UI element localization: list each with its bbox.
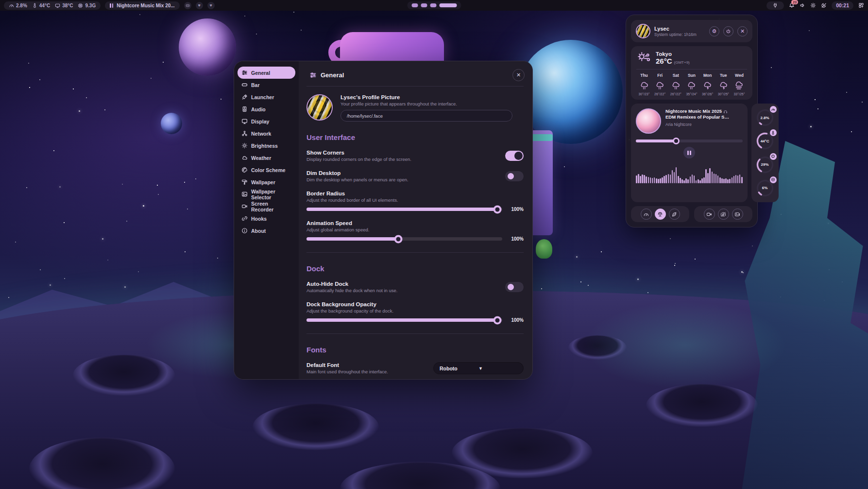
- forecast-temps: 30°/25°: [718, 92, 729, 96]
- temp-stat: 44°C: [32, 3, 50, 8]
- leaf-icon: [671, 211, 677, 217]
- weather-timezone: (GMT+9): [674, 60, 690, 65]
- cpu-gauge: 2.8%: [754, 107, 776, 128]
- sun-icon: [810, 2, 816, 8]
- workspace-active[interactable]: [439, 3, 457, 7]
- wallpaper-plant: [536, 239, 552, 259]
- sidebar-label: Network: [251, 131, 271, 137]
- visualizer-bar: [656, 178, 657, 183]
- forecast-temps: 26°/22°: [654, 92, 665, 96]
- performance-profile-button[interactable]: [641, 209, 652, 220]
- sidebar-item-launcher[interactable]: Launcher: [238, 91, 295, 103]
- settings-button[interactable]: ⚙: [709, 26, 719, 36]
- power-icon: [726, 29, 731, 34]
- sidebar-item-bar[interactable]: Bar: [238, 79, 295, 91]
- sidebar-label: Launcher: [251, 94, 274, 100]
- visualizer-bar: [717, 175, 719, 183]
- balanced-profile-button[interactable]: [655, 209, 666, 220]
- animation-speed-value: 100%: [508, 236, 524, 242]
- gpu-value: 38°C: [62, 3, 73, 8]
- setting-auto-hide-dock: Auto-Hide Dock Automatically hide the do…: [306, 281, 524, 293]
- sidebar-item-network[interactable]: Network: [238, 127, 295, 140]
- paint-roller-icon: [241, 179, 248, 185]
- dock-opacity-slider[interactable]: [306, 318, 502, 322]
- settings-sidebar: General Bar Launcher Audio Display Netwo…: [234, 61, 299, 379]
- sidebar-item-hooks[interactable]: Hooks: [238, 212, 295, 225]
- profile-path-input[interactable]: [340, 110, 512, 122]
- overview-button[interactable]: [858, 2, 864, 8]
- screen-record-button[interactable]: [704, 209, 715, 220]
- sidebar-item-weather[interactable]: Weather: [238, 152, 295, 164]
- workspace-dot[interactable]: [411, 3, 418, 7]
- cassette-button[interactable]: [184, 2, 191, 9]
- workspace-dot[interactable]: [430, 3, 436, 7]
- sidebar-item-wallpaper-selector[interactable]: Wallpaper Selector: [238, 188, 295, 200]
- like-button[interactable]: ♥: [207, 2, 215, 9]
- sidebar-item-color-scheme[interactable]: Color Scheme: [238, 164, 295, 176]
- sliders-icon: [241, 70, 248, 76]
- auto-hide-dock-toggle[interactable]: [505, 282, 524, 292]
- setting-border-radius: Border Radius Adjust the rounded border …: [306, 191, 524, 203]
- sidebar-item-display[interactable]: Display: [238, 115, 295, 127]
- plug-button[interactable]: [766, 1, 784, 10]
- camera-off-button[interactable]: [718, 209, 729, 220]
- visualizer-bar: [707, 173, 709, 183]
- close-icon: ✕: [516, 72, 521, 78]
- avatar[interactable]: [636, 24, 650, 38]
- brightness-button[interactable]: [810, 2, 816, 8]
- night-light-button[interactable]: [821, 2, 827, 8]
- visualizer-bar: [735, 175, 737, 183]
- sidebar-item-about[interactable]: About: [238, 225, 295, 237]
- sliders-icon: [309, 71, 317, 79]
- power-saver-profile-button[interactable]: [669, 209, 680, 220]
- sidebar-item-audio[interactable]: Audio: [238, 103, 295, 115]
- wallpaper-button[interactable]: [732, 209, 743, 220]
- visualizer-bar: [723, 179, 725, 183]
- pause-button[interactable]: [683, 147, 695, 158]
- visualizer-bar: [732, 177, 733, 183]
- music-player-card: Nightcore Music Mix 2025 EDM Remixes of …: [631, 104, 748, 202]
- sidebar-label: General: [251, 70, 270, 76]
- workspace-dot[interactable]: [421, 3, 427, 7]
- album-art[interactable]: [636, 108, 661, 134]
- speaker-icon: [800, 2, 805, 8]
- profile-description: Your profile picture that appears throug…: [340, 101, 524, 106]
- workspace-indicator[interactable]: [407, 1, 461, 9]
- track-progress-slider[interactable]: [636, 140, 743, 142]
- cloud-rain-icon: [686, 80, 697, 90]
- default-font-dropdown[interactable]: Roboto ▼: [433, 362, 524, 374]
- dim-desktop-toggle[interactable]: [505, 171, 524, 181]
- cloud-rain-icon: [639, 80, 649, 90]
- visualizer-bar: [698, 179, 699, 183]
- cloud-fog-icon: [734, 80, 744, 90]
- visualizer-bar: [737, 175, 739, 183]
- forecast-day-label: Mon: [703, 73, 712, 78]
- volume-button[interactable]: [800, 2, 805, 8]
- sun-wind-icon: [636, 51, 651, 65]
- animation-speed-slider[interactable]: [306, 237, 502, 241]
- visualizer-bar: [709, 168, 711, 183]
- divider: [306, 252, 524, 253]
- system-panel: Lysec System uptime: 1h16m ⚙ ✕ Tokyo 26°…: [626, 15, 758, 227]
- memory-stat: 9.3G: [78, 3, 96, 8]
- system-uptime: System uptime: 1h16m: [654, 32, 705, 37]
- clock-pill[interactable]: 00:21: [832, 1, 853, 10]
- system-stats-pill[interactable]: 2.8% 44°C 38°C 9.3G: [4, 1, 101, 10]
- media-player-pill[interactable]: Nightcore Music Mix 20...: [105, 1, 179, 10]
- sidebar-item-wallpaper[interactable]: Wallpaper: [238, 176, 295, 188]
- close-button[interactable]: ✕: [512, 69, 525, 81]
- profile-avatar[interactable]: [306, 94, 333, 121]
- sidebar-item-brightness[interactable]: Brightness: [238, 140, 295, 152]
- visualizer-bar: [687, 179, 689, 183]
- sidebar-item-screen-recorder[interactable]: Screen Recorder: [238, 200, 295, 212]
- section-heading-ui: User Interface: [306, 133, 524, 141]
- power-button[interactable]: [723, 26, 733, 36]
- border-radius-slider[interactable]: [306, 208, 502, 211]
- moon-slash-icon: [821, 2, 827, 8]
- visualizer-bar: [636, 175, 637, 183]
- favorite-button[interactable]: ♥: [196, 2, 203, 9]
- close-panel-button[interactable]: ✕: [737, 26, 748, 36]
- sidebar-item-general[interactable]: General: [238, 67, 295, 79]
- show-corners-toggle[interactable]: [505, 151, 524, 161]
- notifications-button[interactable]: 23: [789, 2, 795, 8]
